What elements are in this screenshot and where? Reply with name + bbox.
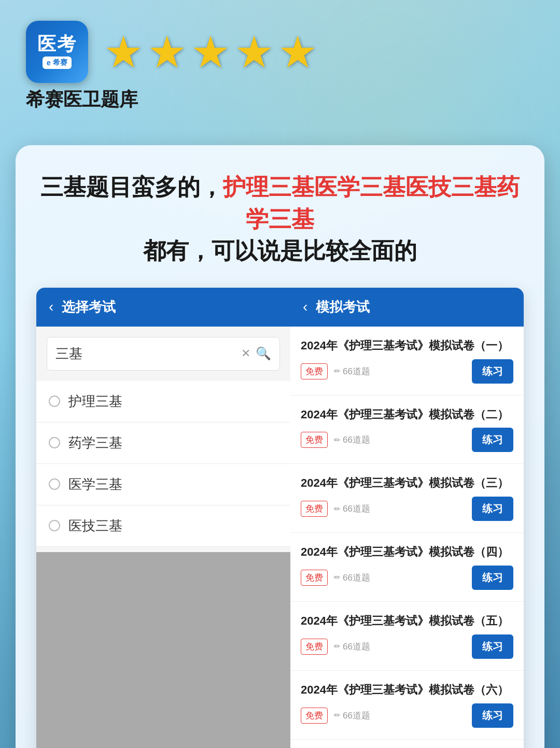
exam-badges-3: 免费 ✏66道题: [301, 501, 370, 517]
exam-title-6: 2024年《护理三基考试》模拟试卷（六）: [301, 682, 513, 698]
exam-title-5: 2024年《护理三基考试》模拟试卷（五）: [301, 613, 513, 629]
exam-meta-2: 免费 ✏66道题 练习: [301, 428, 513, 452]
app-name: 希赛医卫题库: [26, 87, 138, 112]
exam-title-4: 2024年《护理三基考试》模拟试卷（四）: [301, 544, 513, 560]
badge-free-1: 免费: [301, 363, 328, 379]
exam-badges-1: 免费 ✏66道题: [301, 363, 370, 379]
exam-item-7: 2024年《护理三基考试》模拟试卷（七） 免费 ✏66道题 练习: [290, 740, 524, 748]
radio-item-yaoxue[interactable]: 药学三基: [36, 422, 290, 464]
exam-title-3: 2024年《护理三基考试》模拟试卷（三）: [301, 475, 513, 491]
top-section: 医考 e 希赛 ★ ★ ★ ★ ★: [0, 0, 560, 93]
headline-part1: 三基题目蛮多的，: [40, 174, 223, 200]
exam-meta-3: 免费 ✏66道题 练习: [301, 497, 513, 521]
exam-meta-6: 免费 ✏66道题 练习: [301, 703, 513, 728]
star-1: ★: [104, 30, 143, 74]
radio-label-3: 医学三基: [68, 475, 122, 493]
badge-count-6: ✏66道题: [334, 710, 370, 722]
practice-btn-3[interactable]: 练习: [472, 497, 513, 521]
phone-mockup: ‹ 选择考试 三基 ✕ 🔍 护理三基 药学三基 医学三基: [36, 288, 524, 748]
star-2: ★: [147, 30, 187, 74]
exam-title-1: 2024年《护理三基考试》模拟试卷（一）: [301, 338, 513, 354]
exam-meta-4: 免费 ✏66道题 练习: [301, 566, 513, 590]
radio-label-2: 药学三基: [68, 434, 122, 452]
search-value: 三基: [55, 345, 236, 363]
badge-count-2: ✏66道题: [334, 434, 370, 446]
practice-btn-1[interactable]: 练习: [472, 359, 513, 384]
badge-free-2: 免费: [301, 432, 328, 448]
headline: 三基题目蛮多的，护理三基医学三基医技三基药学三基 都有，可以说是比较全面的: [36, 171, 524, 267]
practice-btn-5[interactable]: 练习: [472, 634, 513, 659]
practice-btn-6[interactable]: 练习: [472, 703, 513, 728]
exam-badges-4: 免费 ✏66道题: [301, 570, 370, 586]
app-icon-e: e: [47, 59, 51, 67]
app-icon-bottom: e 希赛: [43, 57, 72, 69]
star-5: ★: [278, 30, 317, 74]
exam-list: 2024年《护理三基考试》模拟试卷（一） 免费 ✏66道题 练习 2024年《护…: [290, 327, 524, 748]
app-icon-top-text: 医考: [37, 35, 77, 53]
practice-btn-4[interactable]: 练习: [472, 566, 513, 590]
radio-item-yixue[interactable]: 医学三基: [36, 464, 290, 505]
exam-badges-5: 免费 ✏66道题: [301, 639, 370, 655]
exam-badges-2: 免费 ✏66道题: [301, 432, 370, 448]
radio-circle-2: [49, 437, 60, 448]
radio-circle-3: [49, 478, 60, 490]
badge-count-1: ✏66道题: [334, 365, 370, 377]
left-back-arrow[interactable]: ‹: [49, 299, 53, 315]
right-back-arrow[interactable]: ‹: [303, 299, 307, 315]
exam-item-2: 2024年《护理三基考试》模拟试卷（二） 免费 ✏66道题 练习: [290, 396, 524, 464]
stars-container: ★ ★ ★ ★ ★: [104, 30, 317, 74]
exam-item-3: 2024年《护理三基考试》模拟试卷（三） 免费 ✏66道题 练习: [290, 464, 524, 533]
right-panel-title: 模拟考试: [316, 298, 370, 316]
search-clear-icon[interactable]: ✕: [241, 347, 250, 360]
radio-label-1: 护理三基: [68, 392, 122, 411]
search-bar[interactable]: 三基 ✕ 🔍: [47, 337, 280, 371]
gray-placeholder: [36, 552, 290, 748]
radio-item-yiji[interactable]: 医技三基: [36, 505, 290, 547]
exam-badges-6: 免费 ✏66道题: [301, 708, 370, 724]
badge-free-5: 免费: [301, 639, 328, 655]
exam-item-5: 2024年《护理三基考试》模拟试卷（五） 免费 ✏66道题 练习: [290, 602, 524, 671]
radio-circle-4: [49, 520, 60, 531]
app-icon: 医考 e 希赛: [26, 21, 88, 83]
badge-free-6: 免费: [301, 708, 328, 724]
main-card: 三基题目蛮多的，护理三基医学三基医技三基药学三基 都有，可以说是比较全面的 ‹ …: [16, 145, 544, 748]
headline-part3: 都有，可以说是比较全面的: [143, 238, 417, 263]
radio-circle-1: [49, 396, 60, 407]
left-panel-header: ‹ 选择考试: [36, 288, 290, 327]
star-4: ★: [234, 30, 274, 74]
exam-meta-1: 免费 ✏66道题 练习: [301, 359, 513, 384]
search-icon[interactable]: 🔍: [256, 346, 271, 361]
badge-free-4: 免费: [301, 570, 328, 586]
exam-meta-5: 免费 ✏66道题 练习: [301, 634, 513, 659]
badge-count-3: ✏66道题: [334, 503, 370, 515]
radio-label-4: 医技三基: [68, 517, 122, 535]
badge-free-3: 免费: [301, 501, 328, 517]
radio-item-hulisan[interactable]: 护理三基: [36, 381, 290, 422]
badge-count-5: ✏66道题: [334, 641, 370, 653]
app-icon-bottom-text: 希赛: [53, 58, 67, 67]
left-panel-title: 选择考试: [62, 298, 116, 316]
badge-count-4: ✏66道题: [334, 572, 370, 584]
radio-list: 护理三基 药学三基 医学三基 医技三基: [36, 376, 290, 552]
exam-item-6: 2024年《护理三基考试》模拟试卷（六） 免费 ✏66道题 练习: [290, 671, 524, 740]
star-3: ★: [191, 30, 230, 74]
headline-part2-red: 护理三基医学三基医技三基药学三基: [223, 174, 520, 232]
exam-item-4: 2024年《护理三基考试》模拟试卷（四） 免费 ✏66道题 练习: [290, 533, 524, 602]
right-panel-header: ‹ 模拟考试: [290, 288, 524, 327]
right-panel: ‹ 模拟考试 2024年《护理三基考试》模拟试卷（一） 免费 ✏66道题 练习: [290, 288, 524, 748]
exam-title-2: 2024年《护理三基考试》模拟试卷（二）: [301, 407, 513, 423]
left-panel: ‹ 选择考试 三基 ✕ 🔍 护理三基 药学三基 医学三基: [36, 288, 290, 748]
practice-btn-2[interactable]: 练习: [472, 428, 513, 452]
exam-item-1: 2024年《护理三基考试》模拟试卷（一） 免费 ✏66道题 练习: [290, 327, 524, 396]
